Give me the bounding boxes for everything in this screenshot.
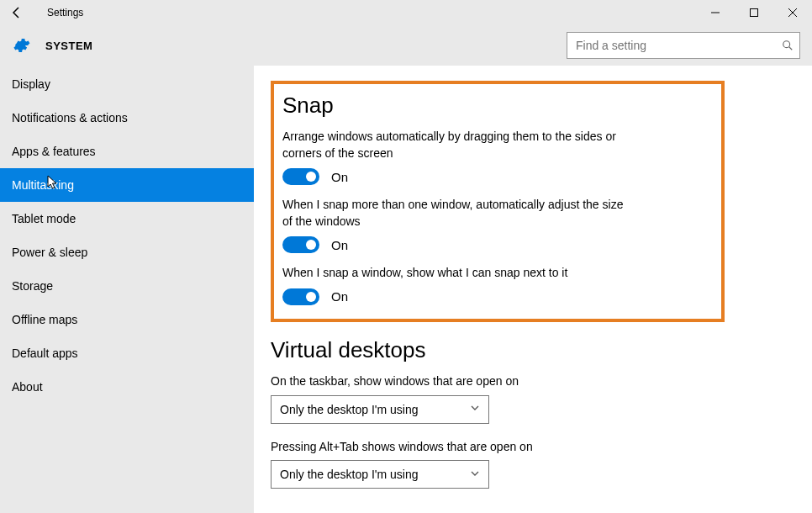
window-title: Settings (34, 7, 83, 19)
virtual-desktops-heading: Virtual desktops (271, 337, 797, 363)
chevron-down-icon (470, 468, 480, 481)
snap-heading: Snap (282, 93, 709, 119)
sidebar-item-multitasking[interactable]: Multitasking (0, 168, 254, 202)
snap-option-row: On (282, 288, 709, 305)
sidebar-item-apps[interactable]: Apps & features (0, 135, 254, 168)
sidebar-item-label: Notifications & actions (12, 111, 128, 124)
toggle-state-label: On (331, 289, 348, 304)
header: SYSTEM (0, 25, 812, 66)
sidebar-item-label: Apps & features (12, 145, 96, 158)
back-button[interactable] (0, 0, 34, 25)
gear-icon (12, 36, 30, 55)
window-controls (696, 0, 812, 25)
maximize-button[interactable] (735, 0, 773, 25)
sidebar-item-about[interactable]: About (0, 370, 254, 404)
sidebar: Display Notifications & actions Apps & f… (0, 66, 254, 513)
sidebar-item-tablet[interactable]: Tablet mode (0, 202, 254, 235)
sidebar-item-label: Power & sleep (12, 246, 87, 259)
sidebar-item-label: About (12, 380, 43, 394)
search-icon (776, 40, 799, 51)
select-value: Only the desktop I'm using (280, 468, 419, 481)
select-value: Only the desktop I'm using (280, 403, 419, 416)
sidebar-item-offline-maps[interactable]: Offline maps (0, 303, 254, 336)
vd-select-alttab[interactable]: Only the desktop I'm using (271, 460, 489, 489)
svg-rect-1 (751, 9, 758, 17)
svg-line-5 (789, 47, 793, 50)
sidebar-item-label: Storage (12, 279, 53, 293)
snap-section-highlight: Snap Arrange windows automatically by dr… (271, 81, 725, 322)
toggle-state-label: On (331, 238, 348, 252)
sidebar-item-default-apps[interactable]: Default apps (0, 336, 254, 370)
toggle-knob (306, 172, 316, 182)
toggle-switch[interactable] (282, 288, 319, 305)
minimize-button[interactable] (696, 0, 735, 25)
sidebar-item-label: Default apps (12, 346, 78, 360)
sidebar-item-power[interactable]: Power & sleep (0, 235, 254, 269)
vd-setting-group: Pressing Alt+Tab shows windows that are … (271, 439, 797, 489)
toggle-switch[interactable] (282, 168, 319, 185)
sidebar-item-display[interactable]: Display (0, 67, 254, 101)
sidebar-item-label: Display (12, 77, 50, 91)
toggle-knob (306, 292, 316, 302)
vd-setting-label: Pressing Alt+Tab shows windows that are … (271, 439, 624, 456)
search-box[interactable] (567, 32, 800, 59)
titlebar: Settings (0, 0, 812, 25)
snap-option-row: On (282, 236, 709, 253)
snap-option-desc: Arrange windows automatically by draggin… (282, 129, 635, 161)
toggle-state-label: On (331, 170, 348, 184)
sidebar-item-notifications[interactable]: Notifications & actions (0, 101, 254, 135)
vd-select-taskbar[interactable]: Only the desktop I'm using (271, 395, 489, 424)
snap-option-desc: When I snap more than one window, automa… (282, 197, 635, 230)
vd-setting-label: On the taskbar, show windows that are op… (271, 373, 624, 390)
snap-option-desc: When I snap a window, show what I can sn… (282, 265, 635, 282)
settings-window: Settings SYSTEM Display (0, 0, 812, 513)
body: Display Notifications & actions Apps & f… (0, 66, 812, 513)
sidebar-item-label: Tablet mode (12, 212, 76, 225)
svg-point-4 (783, 41, 790, 48)
close-button[interactable] (773, 0, 812, 25)
chevron-down-icon (470, 403, 480, 415)
sidebar-item-label: Multitasking (12, 178, 74, 192)
section-title: SYSTEM (45, 40, 92, 52)
toggle-knob (306, 240, 316, 250)
vd-setting-group: On the taskbar, show windows that are op… (271, 373, 797, 424)
search-input[interactable] (567, 33, 776, 58)
toggle-switch[interactable] (282, 236, 319, 253)
sidebar-item-storage[interactable]: Storage (0, 269, 254, 303)
content-pane: Snap Arrange windows automatically by dr… (254, 66, 812, 513)
snap-option-row: On (282, 168, 709, 185)
sidebar-item-label: Offline maps (12, 313, 77, 326)
